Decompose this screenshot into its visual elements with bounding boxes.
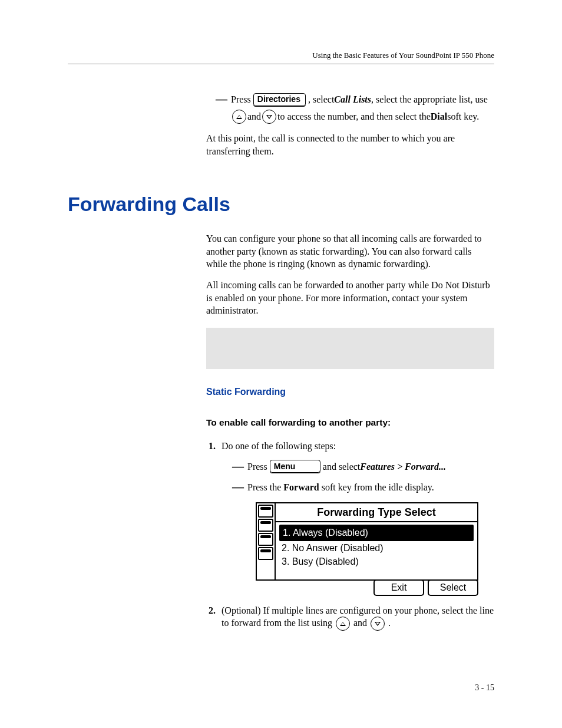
down-arrow-icon: [371, 617, 385, 631]
procedure-title: To enable call forwarding to another par…: [206, 417, 494, 429]
step2-and: and: [353, 618, 369, 628]
lcd-item-selected: 1. Always (Disabled): [279, 525, 474, 541]
dash-bullet: —: [232, 479, 239, 495]
and-select-label: and select: [323, 460, 361, 473]
lcd-item: 3. Busy (Disabled): [279, 555, 474, 569]
lcd-item: 2. No Answer (Disabled): [279, 541, 474, 555]
lcd-title: Forwarding Type Select: [276, 503, 477, 522]
text-seg: soft key.: [447, 110, 479, 123]
call-lists-label: Call Lists: [334, 93, 371, 106]
after-paragraph: At this point, the call is connected to …: [206, 132, 494, 157]
down-arrow-icon: [262, 110, 276, 124]
step1-option-a: — Press Menu and select Features > Forwa…: [232, 459, 494, 475]
section-p1: You can configure your phone so that all…: [206, 232, 494, 271]
phone-icon: [258, 505, 273, 518]
lcd-line-icons: [257, 503, 276, 579]
dash-bullet: —: [216, 91, 223, 107]
step2-end: .: [388, 618, 391, 628]
running-header: Using the Basic Features of Your SoundPo…: [68, 51, 494, 60]
text-seg: , select: [308, 93, 334, 106]
up-arrow-icon: [336, 617, 350, 631]
phone-icon: [258, 547, 273, 560]
step1-option-b: — Press the Forward soft key from the id…: [232, 479, 494, 495]
menu-button: Menu: [270, 460, 320, 473]
section-title: Forwarding Calls: [68, 193, 494, 216]
static-forwarding-heading: Static Forwarding: [206, 386, 494, 398]
instruction-line-1: — Press Directories , select Call Lists …: [216, 91, 494, 107]
step-2: (Optional) If multiple lines are configu…: [218, 604, 494, 631]
directories-button: Directories: [253, 93, 306, 106]
press-label: Press: [247, 460, 267, 473]
phone-icon: [258, 519, 273, 532]
press-label: Press: [231, 93, 251, 106]
text-seg: soft key from the idle display.: [322, 481, 434, 494]
text-seg: to access the number, and then select th…: [277, 110, 431, 123]
dash-bullet: —: [232, 459, 239, 475]
lcd-screenshot: Forwarding Type Select 1. Always (Disabl…: [256, 502, 478, 596]
header-rule: [68, 64, 494, 64]
text-seg: , select the appropriate list, use: [371, 93, 488, 106]
phone-icon: [258, 533, 273, 546]
step1-text: Do one of the following steps:: [222, 441, 336, 451]
forward-label: Forward: [283, 481, 319, 494]
softkey-exit: Exit: [373, 579, 424, 596]
dial-label: Dial: [431, 110, 447, 123]
text-seg: Press the: [247, 481, 281, 494]
page-number: 3 - 15: [475, 683, 494, 693]
softkey-select: Select: [428, 579, 478, 596]
step-1: Do one of the following steps: — Press M…: [218, 440, 494, 595]
section-p2: All incoming calls can be forwarded to a…: [206, 279, 494, 317]
up-arrow-icon: [232, 110, 246, 124]
and-label: and: [247, 110, 261, 123]
menu-path: Features > Forward...: [360, 460, 446, 473]
note-placeholder: [206, 328, 494, 369]
instruction-line-2: and to access the number, and then selec…: [231, 110, 494, 124]
